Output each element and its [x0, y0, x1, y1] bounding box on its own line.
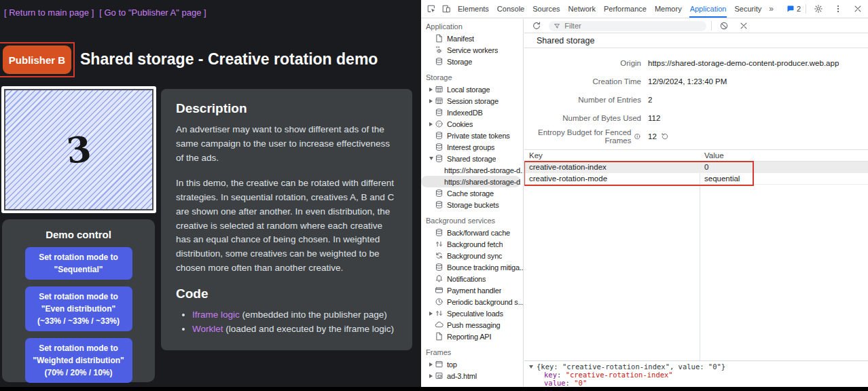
- expand-caret-icon[interactable]: [429, 362, 433, 367]
- collapse-caret-icon[interactable]: [429, 157, 433, 160]
- meta-row-entropy-budget: Entropy Budget for Fenced Frames 12: [524, 127, 868, 145]
- table-row-creative-rotation-mode[interactable]: creative-rotation-mode sequential: [524, 173, 868, 185]
- reset-budget-icon[interactable]: [661, 132, 669, 141]
- sidebar-item-periodic-background-sync[interactable]: Periodic background s...: [421, 296, 523, 308]
- sidebar-item-manifest[interactable]: Manifest: [421, 33, 523, 44]
- devtools-panel: Elements Console Sources Network Perform…: [421, 0, 868, 391]
- entry-preview-pane: {key: "creative-rotation-index", value: …: [524, 360, 868, 387]
- sidebar-item-local-storage[interactable]: Local storage: [421, 83, 523, 95]
- sync-arrows-icon: [435, 251, 444, 260]
- database-icon: [435, 131, 444, 140]
- bottom-black-bar: [0, 387, 868, 391]
- tab-network[interactable]: Network: [564, 0, 600, 18]
- sidebar-item-notifications[interactable]: Notifications: [421, 273, 523, 284]
- iframe-logic-link[interactable]: Iframe logic: [192, 310, 240, 320]
- code-item-text: (embedded into the publisher page): [240, 310, 387, 320]
- expand-caret-icon[interactable]: [429, 122, 433, 126]
- go-to-publisher-a-link[interactable]: [ Go to "Publisher A" page ]: [99, 7, 206, 18]
- description-paragraph-1: An advertiser may want to show different…: [176, 123, 397, 166]
- sidebar-item-storage-buckets[interactable]: Storage buckets: [421, 199, 523, 210]
- device-toolbar-icon[interactable]: [439, 1, 454, 16]
- console-messages-badge[interactable]: 2: [786, 5, 801, 13]
- sidebar-section-frames: Frames: [421, 347, 523, 358]
- set-sequential-button[interactable]: Set rotation mode to "Sequential": [25, 247, 132, 280]
- shared-storage-main-panel: Shared storage Origin https://shared-sto…: [524, 19, 868, 387]
- sidebar-item-storage[interactable]: Storage: [421, 56, 523, 67]
- info-icon[interactable]: [634, 132, 641, 141]
- database-icon: [435, 200, 444, 209]
- code-heading: Code: [176, 286, 397, 301]
- tab-performance[interactable]: Performance: [600, 0, 651, 18]
- tab-security[interactable]: Security: [730, 0, 765, 18]
- collapse-caret-icon[interactable]: [529, 365, 533, 369]
- expand-caret-icon[interactable]: [429, 374, 433, 378]
- sidebar-item-cookies[interactable]: Cookies: [421, 118, 523, 130]
- sidebar-item-shared-storage-origin-2-selected[interactable]: https://shared-storage-d...: [421, 176, 521, 187]
- column-header-value[interactable]: Value: [700, 151, 868, 160]
- filter-input[interactable]: [563, 21, 702, 31]
- expand-caret-icon[interactable]: [429, 88, 433, 92]
- sidebar-item-frame-top[interactable]: top: [421, 358, 523, 370]
- tab-sources[interactable]: Sources: [528, 0, 564, 18]
- sidebar-item-service-workers[interactable]: Service workers: [421, 44, 523, 56]
- tab-bar-right-controls: 2: [786, 1, 868, 16]
- sidebar-item-push-messaging[interactable]: Push messaging: [421, 319, 523, 331]
- filter-box[interactable]: [549, 21, 706, 31]
- meta-row-origin: Origin https://shared-storage-demo-conte…: [524, 54, 868, 72]
- sidebar-item-shared-storage-origin-1[interactable]: https://shared-storage-d...: [421, 164, 523, 176]
- cookie-icon: [435, 119, 444, 128]
- inspect-element-icon[interactable]: [424, 1, 439, 16]
- sidebar-item-session-storage[interactable]: Session storage: [421, 95, 523, 107]
- code-list-item: Iframe logic (embedded into the publishe…: [192, 308, 397, 322]
- iframe-icon: [435, 371, 444, 380]
- set-weighted-distribution-button[interactable]: Set rotation mode to "Weighted distribut…: [25, 338, 132, 383]
- code-item-text: (loaded and executed by the iframe logic…: [223, 324, 394, 334]
- sidebar-item-shared-storage[interactable]: Shared storage: [421, 153, 523, 164]
- delete-x-icon[interactable]: [736, 19, 751, 33]
- chat-bubble-icon: [786, 5, 795, 13]
- expand-caret-icon[interactable]: [429, 312, 433, 316]
- clear-block-icon[interactable]: [717, 19, 731, 33]
- console-badge-count: 2: [797, 5, 801, 13]
- worklet-link[interactable]: Worklet: [192, 324, 223, 334]
- database-icon: [435, 154, 444, 163]
- close-devtools-icon[interactable]: [850, 1, 865, 16]
- filter-funnel-icon: [554, 22, 560, 30]
- sidebar-item-interest-groups[interactable]: Interest groups: [421, 141, 523, 153]
- set-even-distribution-button[interactable]: Set rotation mode to "Even distribution"…: [25, 286, 132, 331]
- more-tabs-button[interactable]: »: [765, 4, 777, 14]
- sidebar-item-reporting-api[interactable]: Reporting API: [421, 331, 523, 342]
- return-to-main-page-link[interactable]: [ Return to main page ]: [4, 7, 94, 18]
- preview-summary-text: {key: "creative-rotation-index", value: …: [537, 362, 725, 371]
- top-nav-links: [ Return to main page ] [ Go to "Publish…: [4, 7, 206, 18]
- sidebar-item-frame-ad-3[interactable]: ad-3.html: [421, 370, 523, 381]
- sidebar-item-speculative-loads[interactable]: Speculative loads: [421, 308, 523, 319]
- up-down-arrows-icon: [435, 309, 444, 318]
- refresh-icon[interactable]: [529, 19, 544, 33]
- column-header-key[interactable]: Key: [524, 151, 700, 160]
- sidebar-item-private-state-tokens[interactable]: Private state tokens: [421, 130, 523, 141]
- description-paragraph-2: In this demo, the creative can be rotate…: [176, 176, 397, 276]
- demo-control-panel: Demo control Set rotation mode to "Seque…: [2, 219, 155, 382]
- settings-gear-icon[interactable]: [811, 1, 826, 16]
- more-options-icon[interactable]: [831, 1, 846, 16]
- meta-row-number-of-entries: Number of Entries 2: [524, 90, 868, 109]
- tab-console[interactable]: Console: [493, 0, 528, 18]
- code-list-item: Worklet (loaded and executed by the ifra…: [192, 322, 397, 337]
- sidebar-item-background-fetch[interactable]: Background fetch: [421, 238, 523, 250]
- sidebar-item-background-sync[interactable]: Background sync: [421, 250, 523, 261]
- toolbar-divider: [806, 4, 806, 14]
- sidebar-item-indexeddb[interactable]: IndexedDB: [421, 107, 523, 118]
- sidebar-item-back-forward-cache[interactable]: Back/forward cache: [421, 227, 523, 238]
- table-row-creative-rotation-index[interactable]: creative-rotation-index 0: [524, 162, 868, 173]
- publisher-b-button[interactable]: Publisher B: [3, 45, 71, 74]
- sidebar-item-cache-storage[interactable]: Cache storage: [421, 187, 523, 199]
- sidebar-item-payment-handler[interactable]: Payment handler: [421, 284, 523, 296]
- tab-memory[interactable]: Memory: [651, 0, 686, 18]
- expand-caret-icon[interactable]: [429, 99, 433, 103]
- database-icon: [435, 57, 444, 66]
- sidebar-item-bounce-tracking-mitigations[interactable]: Bounce tracking mitiga...: [421, 261, 523, 273]
- ad-creative-frame[interactable]: 3: [1, 86, 156, 213]
- tab-application[interactable]: Application: [686, 0, 731, 18]
- tab-elements[interactable]: Elements: [454, 0, 493, 18]
